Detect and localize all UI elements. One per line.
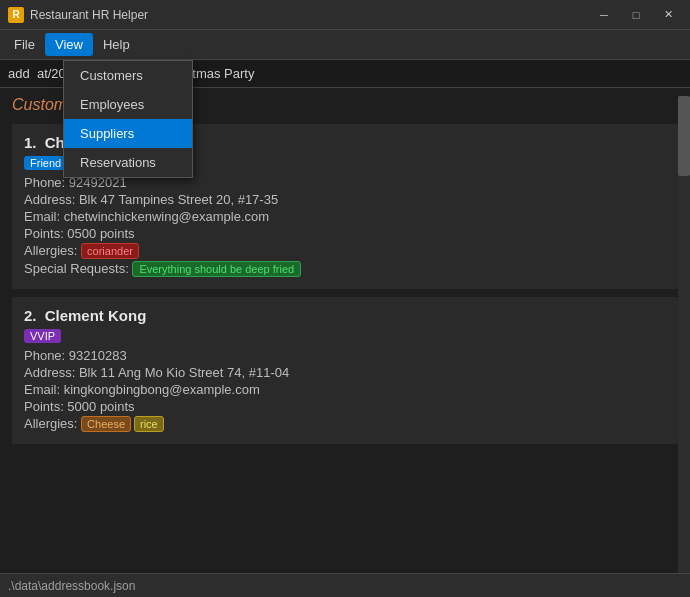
customer-points: Points: 5000 points [24, 399, 666, 414]
customer-badge: VVIP [24, 329, 61, 343]
app-icon-letter: R [12, 9, 19, 20]
scroll-thumb[interactable] [678, 96, 690, 176]
menu-file[interactable]: File [4, 33, 45, 56]
allergies-label: Allergies: [24, 243, 77, 258]
dropdown-menu: CustomersEmployeesSuppliersReservations [63, 60, 193, 178]
window-controls: ─ □ ✕ [590, 5, 682, 25]
dropdown-item-customers[interactable]: Customers [64, 61, 192, 90]
customer-email: Email: chetwinchickenwing@example.com [24, 209, 666, 224]
customer-index: 1. [24, 134, 37, 151]
allergy-tag: Cheese [81, 416, 131, 432]
menu-help[interactable]: Help [93, 33, 140, 56]
customer-index: 2. [24, 307, 37, 324]
allergies-row: Allergies: coriander [24, 243, 666, 259]
customer-card: 2. Clement KongVVIPPhone: 93210283Addres… [12, 297, 678, 444]
customer-address: Address: Blk 11 Ang Mo Kio Street 74, #1… [24, 365, 666, 380]
customer-points: Points: 0500 points [24, 226, 666, 241]
dropdown-item-suppliers[interactable]: Suppliers [64, 119, 192, 148]
minimize-button[interactable]: ─ [590, 5, 618, 25]
status-bar: .\data\addressbook.json [0, 573, 690, 597]
special-requests-label: Special Requests: [24, 261, 129, 276]
allergies-label: Allergies: [24, 416, 77, 431]
request-tag: Everything should be deep fried [132, 261, 301, 277]
close-button[interactable]: ✕ [654, 5, 682, 25]
allergy-tag: coriander [81, 243, 139, 259]
allergy-tag: rice [134, 416, 164, 432]
customer-badge: Friend [24, 156, 67, 170]
allergies-row: Allergies: Cheeserice [24, 416, 666, 432]
customer-phone: Phone: 93210283 [24, 348, 666, 363]
customer-name: 2. Clement Kong [24, 307, 666, 324]
dropdown-item-employees[interactable]: Employees [64, 90, 192, 119]
status-path: .\data\addressbook.json [8, 579, 135, 593]
app-title: Restaurant HR Helper [30, 8, 590, 22]
title-bar: R Restaurant HR Helper ─ □ ✕ [0, 0, 690, 30]
app-icon: R [8, 7, 24, 23]
maximize-button[interactable]: □ [622, 5, 650, 25]
scroll-track[interactable] [678, 96, 690, 573]
menu-bar: File View Help [0, 30, 690, 60]
customer-address: Address: Blk 47 Tampines Street 20, #17-… [24, 192, 666, 207]
special-requests-row: Special Requests: Everything should be d… [24, 261, 666, 277]
menu-view[interactable]: View [45, 33, 93, 56]
dropdown-item-reservations[interactable]: Reservations [64, 148, 192, 177]
customer-email: Email: kingkongbingbong@example.com [24, 382, 666, 397]
